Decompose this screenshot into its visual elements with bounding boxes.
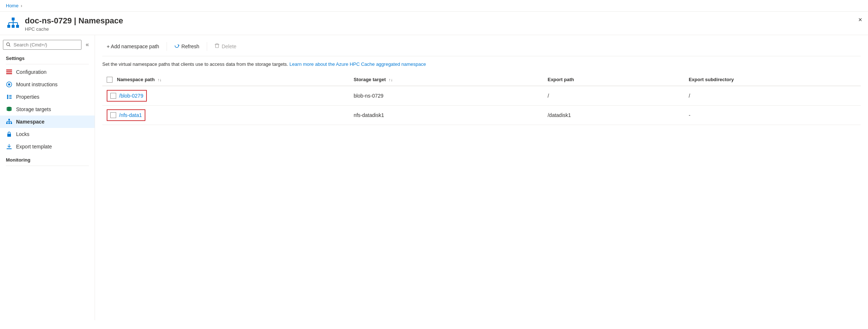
namespace-icon bbox=[6, 118, 12, 125]
sidebar-item-label: Configuration bbox=[16, 69, 46, 75]
namespace-table: Namespace path ↑↓ Storage target ↑↓ Expo… bbox=[102, 74, 861, 125]
svg-rect-23 bbox=[6, 122, 8, 124]
svg-rect-25 bbox=[11, 122, 12, 124]
svg-point-12 bbox=[8, 83, 10, 86]
delete-label: Delete bbox=[222, 44, 236, 49]
refresh-label: Refresh bbox=[182, 44, 199, 49]
svg-rect-0 bbox=[12, 18, 15, 20]
locks-icon bbox=[6, 131, 12, 137]
sidebar-divider-monitoring bbox=[6, 166, 89, 166]
cell-namespace-path-2: /nfs-data1 bbox=[102, 105, 349, 125]
svg-rect-17 bbox=[9, 97, 12, 97]
col-label-namespace-path: Namespace path bbox=[117, 77, 155, 82]
main-layout: « Settings Configuration Mount instructi… bbox=[0, 35, 868, 320]
breadcrumb-separator: › bbox=[21, 3, 22, 8]
props-icon bbox=[6, 94, 12, 100]
svg-rect-9 bbox=[6, 71, 12, 72]
page-title-area: doc-ns-0729 | Namespace HPC cache bbox=[25, 16, 123, 32]
svg-rect-31 bbox=[7, 148, 12, 149]
col-label-export-path: Export path bbox=[548, 77, 574, 82]
storage-icon bbox=[6, 106, 12, 113]
collapse-button[interactable]: « bbox=[83, 39, 92, 50]
sidebar-item-label: Export template bbox=[16, 144, 52, 150]
delete-icon bbox=[214, 43, 220, 49]
page-title: doc-ns-0729 | Namespace bbox=[25, 16, 123, 26]
config-icon bbox=[6, 69, 12, 75]
sidebar-item-export-template[interactable]: Export template bbox=[0, 140, 95, 153]
sidebar-item-configuration[interactable]: Configuration bbox=[0, 66, 95, 78]
svg-rect-16 bbox=[9, 95, 12, 96]
svg-point-21 bbox=[7, 109, 12, 111]
svg-rect-3 bbox=[16, 25, 19, 28]
breadcrumb: Home › bbox=[6, 3, 22, 8]
close-button[interactable]: × bbox=[858, 16, 862, 24]
cell-namespace-path-1: /blob-0279 bbox=[102, 86, 349, 106]
svg-point-14 bbox=[7, 96, 8, 98]
sort-icon-namespace[interactable]: ↑↓ bbox=[157, 77, 161, 82]
sort-icon-storage[interactable]: ↑↓ bbox=[389, 77, 393, 82]
export-icon bbox=[6, 143, 12, 150]
col-header-export-path: Export path bbox=[543, 74, 684, 86]
sidebar: « Settings Configuration Mount instructi… bbox=[0, 35, 95, 320]
namespace-path-link-1[interactable]: /blob-0279 bbox=[119, 93, 143, 99]
toolbar-separator-1 bbox=[167, 42, 167, 51]
cell-export-subdir-1: / bbox=[684, 86, 861, 106]
cell-storage-target-2: nfs-datadisk1 bbox=[349, 105, 543, 125]
cell-export-path-1: / bbox=[543, 86, 684, 106]
row-1-checkbox[interactable] bbox=[110, 93, 116, 99]
refresh-icon bbox=[174, 43, 179, 49]
col-header-export-subdir: Export subdirectory bbox=[684, 74, 861, 86]
svg-rect-1 bbox=[7, 25, 10, 28]
breadcrumb-bar: Home › bbox=[0, 0, 868, 12]
breadcrumb-home-link[interactable]: Home bbox=[6, 3, 19, 8]
content-area: + Add namespace path Refresh Delete Set … bbox=[95, 35, 868, 320]
svg-rect-18 bbox=[9, 98, 12, 99]
svg-point-15 bbox=[7, 98, 8, 99]
description-link[interactable]: Learn more about the Azure HPC Cache agg… bbox=[289, 61, 426, 67]
sidebar-item-label: Properties bbox=[16, 94, 39, 100]
description: Set the virtual namespace paths that cli… bbox=[102, 61, 861, 68]
delete-button[interactable]: Delete bbox=[210, 41, 241, 52]
sidebar-item-label: Namespace bbox=[16, 119, 45, 125]
col-label-export-subdir: Export subdirectory bbox=[689, 77, 734, 82]
svg-rect-22 bbox=[8, 119, 10, 120]
description-text: Set the virtual namespace paths that cli… bbox=[102, 61, 288, 67]
toolbar: + Add namespace path Refresh Delete bbox=[102, 41, 861, 56]
select-all-checkbox[interactable] bbox=[107, 77, 113, 83]
sidebar-item-properties[interactable]: Properties bbox=[0, 91, 95, 103]
svg-rect-10 bbox=[6, 73, 12, 74]
sidebar-item-label: Storage targets bbox=[16, 106, 51, 112]
row-2-checkbox[interactable] bbox=[110, 112, 116, 118]
search-input[interactable] bbox=[3, 40, 81, 50]
sidebar-item-mount-instructions[interactable]: Mount instructions bbox=[0, 78, 95, 91]
col-header-namespace-path: Namespace path ↑↓ bbox=[102, 74, 349, 86]
refresh-button[interactable]: Refresh bbox=[170, 41, 204, 52]
svg-rect-2 bbox=[12, 25, 15, 28]
svg-rect-30 bbox=[7, 134, 11, 137]
cell-export-subdir-2: - bbox=[684, 105, 861, 125]
add-namespace-path-button[interactable]: + Add namespace path bbox=[102, 41, 164, 52]
sidebar-search-row: « bbox=[0, 38, 95, 51]
sidebar-item-label: Mount instructions bbox=[16, 82, 58, 87]
sidebar-item-namespace[interactable]: Namespace bbox=[0, 116, 95, 128]
sidebar-item-label: Locks bbox=[16, 131, 30, 137]
svg-rect-8 bbox=[6, 69, 12, 71]
table-row: /blob-0279 blob-ns-0729 / / bbox=[102, 86, 861, 106]
svg-rect-24 bbox=[8, 122, 10, 124]
monitoring-section-title: Monitoring bbox=[0, 153, 95, 164]
sidebar-item-storage-targets[interactable]: Storage targets bbox=[0, 103, 95, 116]
svg-point-13 bbox=[7, 95, 8, 96]
settings-section-title: Settings bbox=[0, 51, 95, 63]
sidebar-divider-settings bbox=[6, 64, 89, 64]
table-row: /nfs-data1 nfs-datadisk1 /datadisk1 - bbox=[102, 105, 861, 125]
toolbar-separator-2 bbox=[207, 42, 207, 51]
page-icon bbox=[6, 16, 20, 31]
col-header-storage-target: Storage target ↑↓ bbox=[349, 74, 543, 86]
page-header: doc-ns-0729 | Namespace HPC cache × bbox=[0, 12, 868, 35]
namespace-path-link-2[interactable]: /nfs-data1 bbox=[119, 112, 142, 118]
col-label-storage-target: Storage target bbox=[354, 77, 386, 82]
table-header-row: Namespace path ↑↓ Storage target ↑↓ Expo… bbox=[102, 74, 861, 86]
cell-export-path-2: /datadisk1 bbox=[543, 105, 684, 125]
sidebar-item-locks[interactable]: Locks bbox=[0, 128, 95, 140]
cell-storage-target-1: blob-ns-0729 bbox=[349, 86, 543, 106]
